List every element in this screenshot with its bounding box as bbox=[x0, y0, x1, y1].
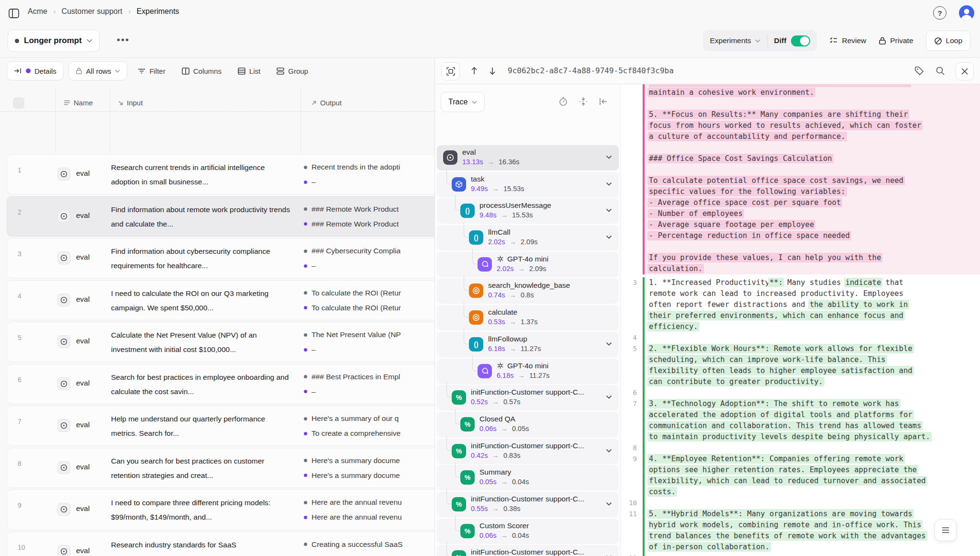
close-icon[interactable] bbox=[956, 62, 974, 80]
collapse-panel-icon[interactable] bbox=[599, 97, 608, 106]
trace-node-name: Summary bbox=[479, 468, 511, 477]
trace-node[interactable]: calculate0.53s→1.37s bbox=[437, 305, 619, 330]
trace-node[interactable]: ()llmCall2.02s→2.09s bbox=[437, 225, 619, 250]
chevron-down-icon[interactable] bbox=[606, 208, 612, 212]
breadcrumb-item[interactable]: Experiments bbox=[136, 7, 179, 16]
output-experiment: Here's a summary docume bbox=[304, 469, 434, 482]
trace-node[interactable]: %initFunction-Customer support-C...0.55s… bbox=[437, 492, 619, 517]
row-name: eval bbox=[76, 546, 89, 555]
trace-node[interactable]: GPT-4o mini2.02s→2.09s bbox=[437, 252, 619, 277]
table-row[interactable]: 2evalFind information about remote work … bbox=[7, 196, 434, 237]
trace-node[interactable]: %Custom Scorer0.06s→0.04s bbox=[437, 519, 619, 544]
line-number bbox=[621, 208, 643, 219]
trace-node[interactable]: task9.49s→15.53s bbox=[437, 172, 619, 197]
comparison-duration: 0.04s bbox=[512, 532, 529, 539]
comparison-duration: 2.09s bbox=[529, 265, 546, 272]
group-button[interactable]: Group bbox=[271, 67, 314, 75]
next-row-icon[interactable] bbox=[489, 66, 496, 76]
experiment-bullet-icon bbox=[304, 390, 307, 393]
experiment-actions: Experiments Diff Review bbox=[703, 30, 970, 52]
trace-node[interactable]: eval13.13s→16.36s bbox=[437, 145, 619, 170]
help-icon[interactable]: ? bbox=[933, 6, 947, 20]
breadcrumb-item[interactable]: Acme bbox=[28, 7, 47, 16]
column-header-input[interactable]: Input bbox=[118, 99, 143, 107]
line-number bbox=[621, 365, 643, 376]
table-row[interactable]: 9evalI need to compare three different p… bbox=[7, 489, 434, 530]
trace-node[interactable]: %Closed QA0.06s→0.05s bbox=[437, 412, 619, 437]
trace-node-durations: 2.02s→2.09s bbox=[488, 238, 537, 246]
experiment-selector[interactable]: Longer prompt bbox=[8, 30, 100, 52]
trace-node[interactable]: %Summary0.05s→0.04s bbox=[437, 465, 619, 490]
chevron-down-icon bbox=[755, 39, 760, 43]
row-number: 3 bbox=[18, 250, 22, 258]
list-icon bbox=[238, 68, 245, 75]
sidebar-toggle-icon[interactable] bbox=[8, 7, 20, 20]
line-number bbox=[621, 175, 643, 186]
focus-span-icon[interactable] bbox=[442, 62, 460, 80]
trace-node[interactable]: search_knowledge_base0.74s→0.8s bbox=[437, 278, 619, 304]
chevron-down-icon[interactable] bbox=[606, 449, 612, 453]
percent-icon: % bbox=[460, 524, 475, 538]
trace-node[interactable]: %initFunction-Customer support-C...0.42s… bbox=[437, 439, 619, 464]
line-number bbox=[621, 153, 643, 164]
column-header-output[interactable]: Output bbox=[311, 99, 342, 107]
breadcrumb-item[interactable]: Customer support bbox=[62, 7, 122, 16]
chevron-down-icon[interactable] bbox=[606, 395, 612, 399]
table-row[interactable]: 5evalCalculate the Net Present Value (NP… bbox=[7, 322, 434, 362]
timer-icon[interactable] bbox=[558, 97, 568, 106]
tag-icon[interactable] bbox=[914, 66, 924, 76]
list-button[interactable]: List bbox=[232, 67, 266, 75]
diff-line: calculation. bbox=[621, 263, 980, 274]
previous-row-icon[interactable] bbox=[470, 66, 478, 76]
diff-output-pane: maintain a cohesive work environment.5. … bbox=[620, 84, 980, 556]
table-row[interactable]: 10evalResearch industry standards for Sa… bbox=[7, 532, 434, 556]
chevron-down-icon[interactable] bbox=[606, 155, 612, 159]
expand-rows-icon[interactable] bbox=[579, 97, 588, 106]
table-row[interactable]: 6evalSearch for best practices in employ… bbox=[7, 364, 434, 404]
output-experiment: – bbox=[304, 260, 434, 272]
trace-node[interactable]: %initFunction-Customer support-C...0.52s… bbox=[437, 385, 619, 410]
line-number bbox=[621, 186, 643, 197]
details-button[interactable]: Details bbox=[7, 61, 64, 80]
chevron-down-icon[interactable] bbox=[606, 235, 612, 239]
comparison-duration: 0.38s bbox=[503, 505, 520, 512]
diff-toggle[interactable] bbox=[791, 35, 810, 46]
table-row[interactable]: 1evalResearch current trends in artifici… bbox=[7, 154, 434, 194]
avatar[interactable] bbox=[959, 5, 974, 21]
table-row[interactable]: 3evalFind information about cybersecurit… bbox=[7, 238, 434, 278]
row-filter-button[interactable]: All rows bbox=[68, 61, 128, 80]
tree-connector bbox=[446, 382, 452, 397]
filter-button[interactable]: Filter bbox=[132, 67, 171, 75]
trace-node[interactable]: %initFunction-Customer support-C...3.64s… bbox=[437, 545, 619, 556]
tree-connector bbox=[464, 275, 469, 291]
private-button[interactable]: Private bbox=[879, 36, 913, 45]
view-selector[interactable]: Experiments bbox=[710, 36, 767, 45]
target-icon bbox=[57, 335, 70, 348]
search-icon[interactable] bbox=[935, 66, 945, 76]
trace-view-selector[interactable]: Trace bbox=[441, 92, 485, 112]
trace-node-name: eval bbox=[462, 148, 476, 157]
more-menu-icon[interactable]: ••• bbox=[117, 34, 130, 45]
select-all-checkbox[interactable] bbox=[13, 97, 24, 109]
trace-node[interactable]: GPT-4o mini6.18s→11.27s bbox=[437, 359, 619, 384]
loop-button[interactable]: Loop bbox=[926, 31, 970, 51]
columns-button[interactable]: Columns bbox=[176, 67, 227, 75]
breadcrumb-separator: › bbox=[53, 7, 56, 16]
diff-added-block: 31. **Increased Productivity**: Many stu… bbox=[621, 274, 980, 556]
column-header-name[interactable]: Name bbox=[64, 99, 93, 107]
line-number bbox=[621, 299, 643, 310]
table-row[interactable]: 8evalCan you search for best practices o… bbox=[7, 448, 434, 488]
diff-options-button[interactable] bbox=[935, 519, 957, 541]
comparison-bullet-icon bbox=[304, 166, 307, 169]
table-row[interactable]: 7evalHelp me understand our quarterly pe… bbox=[7, 406, 434, 446]
diff-line: hybrid work models, combining remote and… bbox=[621, 520, 980, 531]
table-row[interactable]: 4evalI need to calculate the ROI on our … bbox=[7, 280, 434, 320]
review-button[interactable]: Review bbox=[829, 36, 866, 45]
trace-node[interactable]: ()llmFollowup6.18s→11.27s bbox=[437, 332, 619, 357]
trace-node[interactable]: ()processUserMessage9.48s→15.53s bbox=[437, 198, 619, 224]
chevron-down-icon[interactable] bbox=[606, 182, 612, 186]
chevron-down-icon[interactable] bbox=[606, 342, 612, 346]
row-input: Find information about cybersecurity com… bbox=[111, 244, 291, 274]
chevron-down-icon[interactable] bbox=[606, 502, 612, 506]
experiment-duration: 0.42s bbox=[471, 452, 488, 459]
